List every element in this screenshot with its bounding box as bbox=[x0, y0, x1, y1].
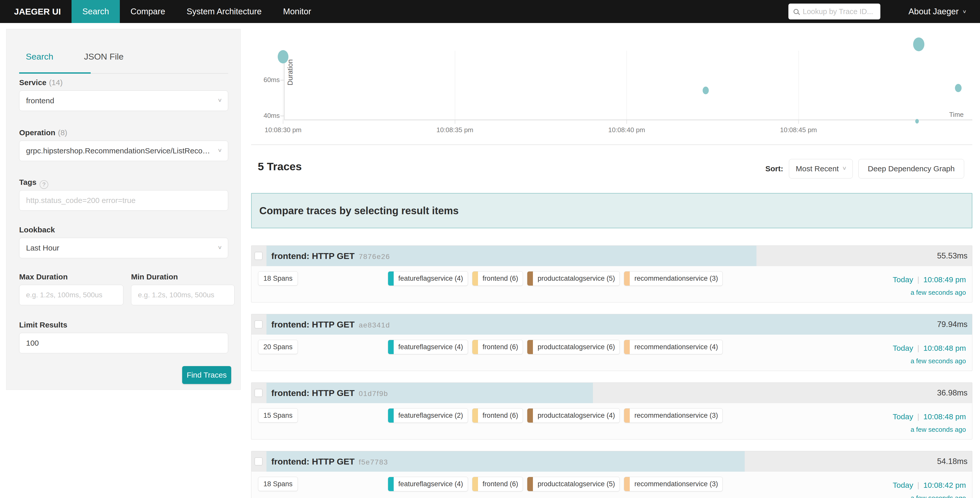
app-brand: JAEGER UI bbox=[0, 0, 72, 23]
min-duration-input[interactable]: e.g. 1.2s, 100ms, 500us bbox=[131, 285, 234, 305]
trace-card-header: frontend: HTTP GET7876e26 55.53ms bbox=[251, 246, 972, 266]
service-tag-label: frontend (6) bbox=[478, 477, 523, 491]
trace-result-card[interactable]: frontend: HTTP GET01d7f9b 36.98ms 15 Spa… bbox=[251, 383, 972, 439]
service-tag-frontend: frontend (6) bbox=[472, 408, 523, 423]
min-duration-placeholder: e.g. 1.2s, 100ms, 500us bbox=[138, 291, 214, 299]
trace-title: frontend: HTTP GET7876e26 bbox=[271, 251, 390, 261]
tags-input[interactable]: http.status_code=200 error=true bbox=[19, 190, 228, 211]
limit-results-label: Limit Results bbox=[19, 321, 67, 329]
service-tag-label: productcatalogservice (6) bbox=[533, 340, 619, 354]
span-count-badge[interactable]: 15 Spans bbox=[258, 408, 298, 423]
find-traces-button[interactable]: Find Traces bbox=[182, 366, 231, 384]
service-color-swatch bbox=[473, 409, 478, 423]
deep-dependency-graph-button[interactable]: Deep Dependency Graph bbox=[858, 159, 964, 179]
trace-date-link[interactable]: Today bbox=[892, 344, 913, 352]
trace-id: ae8341d bbox=[359, 321, 390, 329]
sort-select[interactable]: Most Recent ∨ bbox=[789, 159, 853, 179]
trace-date-link[interactable]: Today bbox=[892, 275, 913, 284]
trace-duration: 54.18ms bbox=[937, 457, 967, 466]
top-nav: JAEGER UI SearchCompareSystem Architectu… bbox=[0, 0, 980, 23]
trace-select-checkbox[interactable] bbox=[255, 389, 262, 397]
chevron-down-icon: ∨ bbox=[962, 9, 967, 14]
help-icon[interactable]: ? bbox=[40, 180, 48, 189]
trace-list: frontend: HTTP GET7876e26 55.53ms 18 Spa… bbox=[251, 246, 972, 498]
service-tag-featureflagservice: featureflagservice (4) bbox=[388, 340, 468, 354]
trace-id: f5e7783 bbox=[359, 458, 388, 466]
service-tag-label: productcatalogservice (5) bbox=[533, 271, 619, 286]
nav-spacer bbox=[322, 0, 980, 23]
nav-tab-system-architecture[interactable]: System Architecture bbox=[176, 0, 272, 23]
chevron-down-icon: ∨ bbox=[217, 244, 222, 250]
about-jaeger-menu[interactable]: About Jaeger ∨ bbox=[908, 0, 967, 23]
trace-select-checkbox[interactable] bbox=[255, 320, 262, 329]
service-tag-list: featureflagservice (4)frontend (6)produc… bbox=[388, 271, 723, 286]
lookback-select[interactable]: Last Hour ∨ bbox=[19, 238, 228, 258]
trace-result-card[interactable]: frontend: HTTP GETae8341d 79.94ms 20 Spa… bbox=[251, 314, 972, 371]
trace-time-link[interactable]: 10:08:42 pm bbox=[923, 481, 966, 489]
trace-duration: 36.98ms bbox=[937, 388, 967, 397]
service-label: Service(14) bbox=[19, 78, 63, 87]
span-count-badge[interactable]: 18 Spans bbox=[258, 477, 298, 491]
service-tag-label: featureflagservice (2) bbox=[394, 409, 468, 423]
results-header: 5 Traces Sort: Most Recent ∨ Deep Depend… bbox=[251, 145, 972, 193]
trace-relative-time: a few seconds ago bbox=[892, 426, 966, 434]
trace-time-link[interactable]: 10:08:48 pm bbox=[923, 344, 966, 352]
trace-scatter-point[interactable] bbox=[703, 87, 709, 94]
trace-scatter-point[interactable] bbox=[278, 50, 288, 64]
max-duration-placeholder: e.g. 1.2s, 100ms, 500us bbox=[26, 291, 102, 299]
service-tag-productcatalogservice: productcatalogservice (4) bbox=[527, 408, 620, 423]
trace-result-card[interactable]: frontend: HTTP GETf5e7783 54.18ms 18 Spa… bbox=[251, 451, 972, 498]
service-color-swatch bbox=[624, 340, 630, 354]
limit-results-input[interactable]: 100 bbox=[19, 333, 228, 353]
service-color-swatch bbox=[527, 477, 533, 491]
chevron-down-icon: ∨ bbox=[217, 147, 222, 153]
trace-scatter-point[interactable] bbox=[913, 37, 924, 51]
trace-title: frontend: HTTP GETf5e7783 bbox=[271, 456, 388, 466]
trace-select-checkbox[interactable] bbox=[255, 252, 262, 260]
span-count-badge[interactable]: 18 Spans bbox=[258, 271, 298, 286]
trace-time-link[interactable]: 10:08:49 pm bbox=[923, 275, 966, 284]
trace-duration: 55.53ms bbox=[937, 251, 967, 260]
sort-value: Most Recent bbox=[796, 164, 839, 173]
service-tag-label: productcatalogservice (5) bbox=[533, 477, 619, 491]
trace-card-body: 18 Spans featureflagservice (4)frontend … bbox=[251, 266, 972, 302]
tab-search[interactable]: Search bbox=[19, 52, 60, 62]
service-tag-recommendationservice: recommendationservice (3) bbox=[624, 271, 723, 286]
trace-card-body: 15 Spans featureflagservice (2)frontend … bbox=[251, 403, 972, 439]
compare-banner: Compare traces by selecting result items bbox=[251, 193, 972, 228]
service-tag-frontend: frontend (6) bbox=[472, 271, 523, 286]
service-tag-productcatalogservice: productcatalogservice (5) bbox=[527, 271, 620, 286]
service-tag-productcatalogservice: productcatalogservice (5) bbox=[527, 477, 620, 492]
service-tag-featureflagservice: featureflagservice (2) bbox=[388, 408, 468, 423]
operation-select[interactable]: grpc.hipstershop.RecommendationService/L… bbox=[19, 140, 228, 161]
timestamp-divider: | bbox=[917, 344, 919, 352]
trace-select-checkbox[interactable] bbox=[255, 457, 262, 466]
span-count-badge[interactable]: 20 Spans bbox=[258, 340, 298, 354]
service-color-swatch bbox=[527, 340, 533, 354]
limit-results-value: 100 bbox=[26, 339, 39, 348]
trace-id: 7876e26 bbox=[359, 252, 390, 260]
service-select[interactable]: frontend ∨ bbox=[19, 91, 228, 111]
service-color-swatch bbox=[624, 477, 630, 491]
trace-date-link[interactable]: Today bbox=[892, 412, 913, 421]
service-tag-label: frontend (6) bbox=[478, 271, 523, 286]
trace-timestamps: Today|10:08:49 pm a few seconds ago bbox=[892, 275, 966, 297]
trace-lookup-input[interactable]: Lookup by Trace ID... bbox=[788, 3, 880, 19]
service-color-swatch bbox=[624, 409, 630, 423]
nav-tab-compare[interactable]: Compare bbox=[120, 0, 176, 23]
trace-result-card[interactable]: frontend: HTTP GET7876e26 55.53ms 18 Spa… bbox=[251, 246, 972, 302]
max-duration-input[interactable]: e.g. 1.2s, 100ms, 500us bbox=[19, 285, 123, 305]
service-color-swatch bbox=[473, 340, 478, 354]
lookback-label: Lookback bbox=[19, 225, 55, 234]
trace-scatter-point[interactable] bbox=[915, 119, 919, 123]
trace-time-link[interactable]: 10:08:48 pm bbox=[923, 412, 966, 421]
max-duration-label: Max Duration bbox=[19, 273, 68, 281]
trace-scatter-point[interactable] bbox=[955, 84, 962, 92]
service-color-swatch bbox=[473, 271, 478, 286]
nav-tab-monitor[interactable]: Monitor bbox=[272, 0, 322, 23]
service-tag-label: featureflagservice (4) bbox=[394, 340, 468, 354]
nav-tab-search[interactable]: Search bbox=[72, 0, 120, 23]
tab-json-file[interactable]: JSON File bbox=[77, 52, 130, 62]
trace-date-link[interactable]: Today bbox=[892, 481, 913, 489]
service-tag-recommendationservice: recommendationservice (3) bbox=[624, 408, 723, 423]
